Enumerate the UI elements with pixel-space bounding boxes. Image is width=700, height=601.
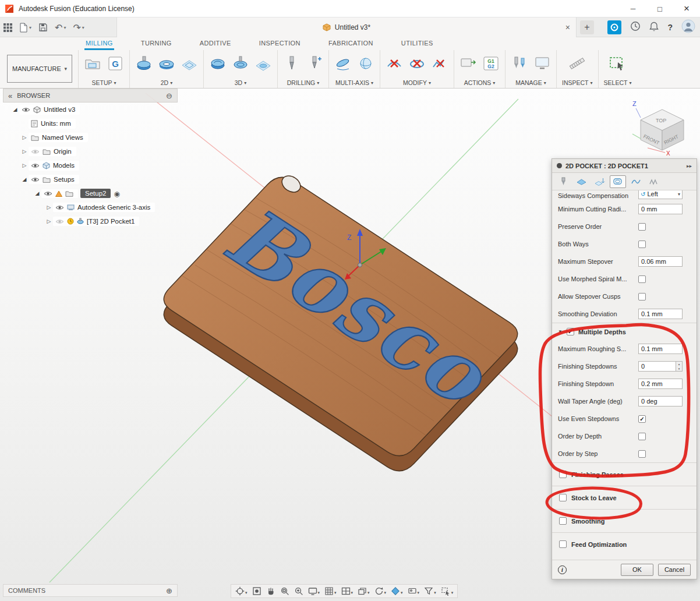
3d-pocket-button[interactable]: [232, 55, 249, 72]
expand-toggle-icon[interactable]: [11, 107, 19, 112]
new-setup-button[interactable]: [84, 55, 101, 72]
smoothing-deviation-input[interactable]: 0.1 mm: [638, 309, 683, 319]
select-menu[interactable]: SELECT: [604, 79, 632, 86]
select-tool-button[interactable]: [608, 55, 627, 72]
modify-menu[interactable]: MODIFY: [403, 79, 431, 86]
grid-display-button[interactable]: [323, 585, 338, 597]
2d-pocket-button[interactable]: [158, 55, 175, 72]
stock-to-leave-section[interactable]: Stock to Leave: [552, 486, 697, 509]
tab-utilities[interactable]: UTILITIES: [400, 38, 434, 50]
maximize-button[interactable]: [646, 0, 673, 17]
feed-optimization-section[interactable]: Feed Optimization: [552, 532, 697, 556]
maximum-roughing-stepdown-input[interactable]: 0.1 mm: [638, 344, 683, 354]
regenerate-button[interactable]: [373, 585, 388, 597]
bore-button[interactable]: [306, 55, 323, 72]
display-settings-button[interactable]: [306, 585, 322, 597]
visibility-off-eye-icon[interactable]: [31, 149, 40, 155]
tab-inspection[interactable]: INSPECTION: [258, 38, 302, 50]
minimum-cutting-radius-input[interactable]: 0 mm: [638, 204, 683, 214]
browser-item-setups[interactable]: Setups: [3, 172, 178, 186]
visibility-eye-icon[interactable]: [22, 107, 30, 113]
tab-turning[interactable]: TURNING: [140, 38, 173, 50]
browser-item-units[interactable]: Units: mm: [3, 116, 178, 130]
orbit-button[interactable]: [234, 585, 249, 597]
smoothing-checkbox[interactable]: [559, 517, 567, 525]
minimize-panel-icon[interactable]: [166, 91, 172, 100]
collapse-triangle-icon[interactable]: [558, 329, 563, 334]
active-setup-icon[interactable]: [114, 188, 119, 199]
multiaxis-menu[interactable]: MULTI-AXIS: [335, 79, 373, 86]
visibility-eye-icon[interactable]: [55, 204, 64, 211]
3d-menu[interactable]: 3D: [235, 79, 246, 86]
dialog-scroll-area[interactable]: Sideways Compensation ↺Left Minimum Cutt…: [552, 190, 697, 560]
finishing-passes-checkbox[interactable]: [559, 471, 567, 478]
pan-button[interactable]: [264, 585, 277, 597]
dock-arrows-icon[interactable]: [687, 163, 692, 169]
browser-item-machine[interactable]: Autodesk Generic 3-axis: [3, 200, 178, 214]
user-avatar[interactable]: [681, 19, 695, 36]
setup-menu[interactable]: SETUP: [91, 79, 116, 86]
toolpath-filter-button[interactable]: [422, 585, 438, 597]
expand-toggle-icon[interactable]: [20, 135, 29, 140]
maximum-stepover-input[interactable]: 0.06 mm: [638, 256, 683, 267]
2d-menu[interactable]: 2D: [161, 79, 172, 86]
extra-tab[interactable]: [646, 175, 662, 188]
expand-toggle-icon[interactable]: [20, 149, 29, 154]
manage-menu[interactable]: MANAGE: [515, 79, 546, 86]
tool-tab[interactable]: [556, 175, 572, 188]
expand-toggle-icon[interactable]: [20, 176, 29, 182]
app-grid-icon[interactable]: [3, 23, 12, 32]
expand-toggle-icon[interactable]: [33, 190, 41, 196]
tab-additive[interactable]: ADDITIVE: [199, 38, 232, 50]
close-button[interactable]: [673, 0, 700, 17]
tool-library-button[interactable]: [511, 55, 528, 72]
dialog-header[interactable]: 2D POCKET : 2D POCKET1: [552, 159, 697, 173]
smoothing-section[interactable]: Smoothing: [552, 509, 697, 532]
undo-button[interactable]: [55, 22, 66, 33]
order-by-depth-checkbox[interactable]: [638, 433, 646, 440]
collapse-panel-icon[interactable]: [8, 91, 12, 100]
multiple-depths-checkbox[interactable]: ✓: [567, 328, 574, 335]
info-icon[interactable]: [558, 565, 567, 574]
multiple-depths-section-header[interactable]: ✓ Multiple Depths: [552, 323, 697, 340]
browser-item-named-views[interactable]: Named Views: [3, 130, 178, 144]
3d-flat-button[interactable]: [254, 55, 272, 72]
new-tab-button[interactable]: [580, 20, 594, 34]
selection-filter-button[interactable]: [439, 585, 455, 597]
browser-header[interactable]: BROWSER: [3, 89, 178, 102]
measure-button[interactable]: [567, 55, 587, 72]
expand-toggle-icon[interactable]: [45, 204, 53, 210]
visibility-eye-icon[interactable]: [44, 190, 52, 197]
zoom-window-button[interactable]: [278, 585, 291, 597]
preserve-order-checkbox[interactable]: [638, 223, 646, 231]
viewports-button[interactable]: [340, 585, 355, 597]
selected-setup-label[interactable]: Setup2: [80, 189, 111, 198]
visibility-off-eye-icon[interactable]: [55, 218, 64, 225]
tab-milling[interactable]: MILLING: [84, 38, 114, 50]
browser-item-2d-pocket1[interactable]: [T3] 2D Pocket1: [3, 214, 178, 228]
help-button[interactable]: [667, 23, 673, 32]
simulate-button[interactable]: [459, 55, 477, 72]
finishing-stepdowns-input[interactable]: 0: [638, 361, 676, 372]
cancel-button[interactable]: Cancel: [658, 564, 691, 576]
2d-face-button[interactable]: [135, 55, 153, 72]
multiaxis-contour-button[interactable]: [357, 55, 374, 72]
feed-optimization-checkbox[interactable]: [559, 540, 567, 548]
extensions-button[interactable]: [607, 20, 621, 34]
2d-contour-button[interactable]: [181, 55, 198, 72]
3d-adaptive-button[interactable]: [209, 55, 227, 72]
view-cube[interactable]: Z TOP FRONT RIGHT X: [628, 97, 697, 160]
expand-toggle-icon[interactable]: [20, 162, 29, 168]
visibility-eye-icon[interactable]: [31, 176, 40, 183]
geometry-tab[interactable]: [574, 175, 590, 188]
job-status-button[interactable]: [630, 21, 641, 34]
document-tab[interactable]: Untitled v3*: [116, 17, 577, 37]
use-morphed-spiral-checkbox[interactable]: [638, 275, 646, 283]
tab-fabrication[interactable]: FABRICATION: [327, 38, 374, 50]
browser-item-document[interactable]: Untitled v3: [3, 102, 178, 116]
use-even-stepdowns-checkbox[interactable]: ✓: [638, 415, 646, 423]
close-tab-icon[interactable]: [565, 23, 570, 32]
redo-button[interactable]: [73, 22, 84, 33]
browser-item-setup2[interactable]: Setup2: [3, 186, 178, 200]
sideways-compensation-select[interactable]: ↺Left: [638, 190, 683, 199]
